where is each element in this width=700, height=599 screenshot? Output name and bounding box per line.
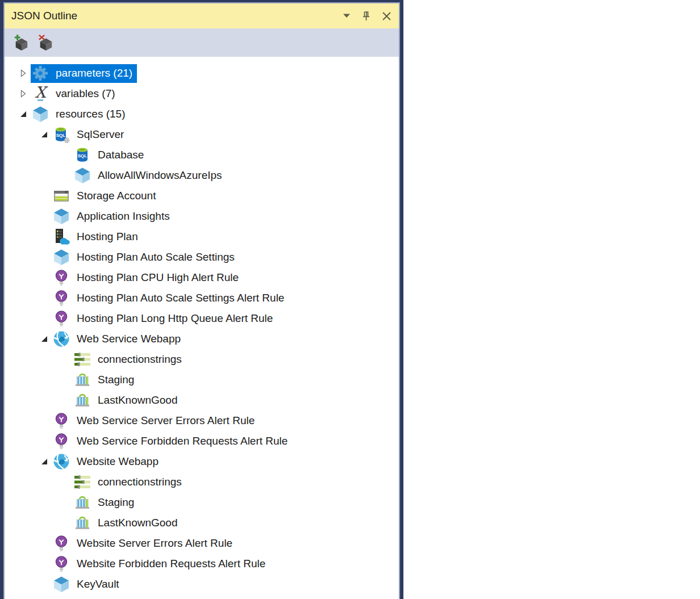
gear-icon	[32, 65, 49, 82]
tree-item-database[interactable]: SQLDatabase	[5, 145, 399, 165]
alert-icon	[53, 535, 70, 552]
tree-item-content[interactable]: SQLDatabase	[73, 146, 148, 165]
tree-item-staging[interactable]: Staging	[5, 370, 399, 390]
alert-icon	[53, 269, 70, 286]
tree-item-content[interactable]: Xvariables (7)	[31, 85, 120, 103]
hosting-plan-icon	[53, 228, 70, 245]
tree-item-sqlserver[interactable]: SQL SqlServer	[5, 124, 399, 145]
tree-item-hosting-plan-auto-scale-settings-alert-rule[interactable]: Hosting Plan Auto Scale Settings Alert R…	[5, 288, 399, 308]
cube-icon	[53, 249, 70, 266]
tree-item-hosting-plan[interactable]: Hosting Plan	[5, 227, 399, 247]
storage-icon	[53, 187, 70, 204]
tree-item-content[interactable]: Website Server Errors Alert Rule	[52, 534, 237, 553]
expand-chevron-icon[interactable]	[37, 458, 52, 465]
tree-item-label: Storage Account	[77, 190, 156, 202]
tree-item-connectionstrings[interactable]: connectionstrings	[5, 349, 399, 370]
tree-item-content[interactable]: AllowAllWindowsAzureIps	[73, 166, 227, 185]
tree-item-parameters-21[interactable]: parameters (21)	[5, 63, 399, 83]
tree-item-content[interactable]: Web Service Server Errors Alert Rule	[52, 412, 259, 430]
tree-item-keyvault[interactable]: KeyVault	[5, 574, 399, 594]
tree-item-content[interactable]: Hosting Plan Long Http Queue Alert Rule	[52, 309, 277, 328]
tree-item-lastknowngood[interactable]: LastKnownGood	[5, 513, 399, 533]
tree-item-staging[interactable]: Staging	[5, 492, 399, 513]
expand-chevron-icon[interactable]	[16, 69, 31, 77]
tree-item-label: Website Webapp	[77, 455, 159, 468]
tree-item-content[interactable]: Web Service Webapp	[52, 330, 185, 349]
deployment-slot-icon	[74, 392, 91, 409]
tree-item-content[interactable]: Hosting Plan	[52, 228, 143, 246]
deployment-slot-icon	[74, 494, 91, 511]
connection-strings-icon	[74, 474, 91, 491]
tree-item-variables-7[interactable]: Xvariables (7)	[5, 83, 399, 104]
tree-item-content[interactable]: SQL SqlServer	[52, 125, 128, 144]
tree-item-hosting-plan-auto-scale-settings[interactable]: Hosting Plan Auto Scale Settings	[5, 247, 399, 267]
tree-item-label: Website Forbidden Requests Alert Rule	[77, 558, 265, 570]
tree-item-content[interactable]: Website Forbidden Requests Alert Rule	[52, 555, 270, 573]
tree-item-content[interactable]: connectionstrings	[73, 350, 186, 369]
tree-item-label: Hosting Plan CPU High Alert Rule	[77, 271, 239, 284]
tree-item-connectionstrings[interactable]: connectionstrings	[5, 472, 399, 492]
panel-title: JSON Outline	[11, 10, 343, 22]
tool-window-titlebar[interactable]: JSON Outline	[5, 3, 399, 28]
tree-item-content[interactable]: resources (15)	[31, 105, 130, 124]
tree-item-label: LastKnownGood	[98, 517, 178, 529]
alert-icon	[53, 412, 70, 429]
tree-item-hosting-plan-long-http-queue-alert-rule[interactable]: Hosting Plan Long Http Queue Alert Rule	[5, 308, 399, 329]
tree-item-label: parameters (21)	[56, 67, 132, 79]
cube-icon	[32, 106, 49, 123]
alert-icon	[53, 290, 70, 307]
tree-item-label: AllowAllWindowsAzureIps	[98, 169, 222, 182]
delete-resource-button[interactable]	[38, 35, 53, 51]
tree-item-content[interactable]: Application Insights	[52, 207, 174, 226]
tree-item-web-service-server-errors-alert-rule[interactable]: Web Service Server Errors Alert Rule	[5, 410, 399, 431]
tree-item-content[interactable]: connectionstrings	[73, 473, 186, 492]
tree-item-content[interactable]: Hosting Plan CPU High Alert Rule	[52, 269, 243, 287]
tree-item-resources-15[interactable]: resources (15)	[5, 104, 399, 124]
tree-item-web-service-forbidden-requests-alert-rule[interactable]: Web Service Forbidden Requests Alert Rul…	[5, 431, 399, 451]
tree-item-label: Staging	[98, 496, 134, 509]
tree-item-allowallwindowsazureips[interactable]: AllowAllWindowsAzureIps	[5, 165, 399, 186]
cube-icon	[53, 208, 70, 225]
tree-item-website-webapp[interactable]: Website Webapp	[5, 451, 399, 472]
tree-item-content[interactable]: Hosting Plan Auto Scale Settings Alert R…	[52, 289, 289, 308]
tree-item-label: Web Service Forbidden Requests Alert Rul…	[77, 435, 288, 447]
window-position-icon[interactable]	[343, 14, 350, 18]
tree-item-label: Staging	[98, 374, 134, 386]
cube-icon	[74, 167, 91, 184]
tree-item-label: variables (7)	[56, 87, 115, 100]
add-resource-button[interactable]	[13, 35, 29, 51]
tree-item-website-forbidden-requests-alert-rule[interactable]: Website Forbidden Requests Alert Rule	[5, 554, 399, 574]
tree-item-content[interactable]: Storage Account	[52, 187, 160, 206]
tree-item-hosting-plan-cpu-high-alert-rule[interactable]: Hosting Plan CPU High Alert Rule	[5, 267, 399, 288]
tree-item-label: Application Insights	[77, 210, 170, 223]
tree-item-application-insights[interactable]: Application Insights	[5, 206, 399, 227]
tree-item-label: Website Server Errors Alert Rule	[77, 537, 232, 550]
tree-item-content[interactable]: KeyVault	[52, 575, 124, 594]
tree: parameters (21)Xvariables (7) resources …	[5, 57, 399, 599]
svg-text:SQL: SQL	[56, 133, 66, 138]
tree-item-label: connectionstrings	[98, 476, 182, 488]
close-icon[interactable]	[382, 12, 391, 20]
tree-item-content[interactable]: LastKnownGood	[73, 514, 182, 533]
tree-item-content[interactable]: Website Webapp	[52, 453, 163, 471]
tree-item-label: Hosting Plan Auto Scale Settings	[77, 251, 235, 263]
expand-chevron-icon[interactable]	[37, 336, 52, 342]
webapp-icon	[53, 453, 70, 470]
expand-chevron-icon[interactable]	[16, 111, 31, 118]
tree-item-content[interactable]: Web Service Forbidden Requests Alert Rul…	[52, 432, 292, 451]
tree-item-label: SqlServer	[77, 128, 124, 141]
tree-item-lastknowngood[interactable]: LastKnownGood	[5, 390, 399, 410]
tree-item-web-service-webapp[interactable]: Web Service Webapp	[5, 329, 399, 349]
alert-icon	[53, 555, 70, 572]
tree-item-content[interactable]: parameters (21)	[31, 64, 137, 83]
expand-chevron-icon[interactable]	[37, 131, 52, 138]
tree-item-storage-account[interactable]: Storage Account	[5, 186, 399, 206]
expand-chevron-icon[interactable]	[16, 90, 31, 98]
tree-item-content[interactable]: Staging	[73, 371, 139, 389]
tree-item-website-server-errors-alert-rule[interactable]: Website Server Errors Alert Rule	[5, 533, 399, 554]
tree-item-content[interactable]: Hosting Plan Auto Scale Settings	[52, 248, 239, 267]
tree-item-label: Hosting Plan	[77, 231, 138, 243]
pin-icon[interactable]	[361, 11, 371, 22]
tree-item-content[interactable]: Staging	[73, 493, 139, 512]
tree-item-content[interactable]: LastKnownGood	[73, 391, 182, 410]
